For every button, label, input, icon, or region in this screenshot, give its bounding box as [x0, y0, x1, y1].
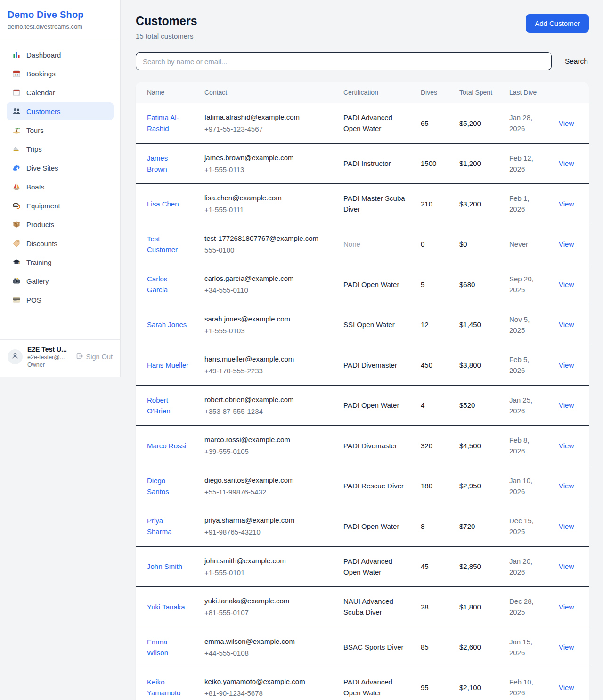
sidebar-item-dashboard[interactable]: Dashboard — [7, 46, 114, 64]
sign-out-icon — [75, 352, 83, 362]
customer-last-dive: Jan 20, 2026 — [509, 557, 532, 576]
customer-total-spent: $2,100 — [459, 684, 481, 692]
view-customer-link[interactable]: View — [559, 361, 574, 369]
customer-last-dive: Sep 20, 2025 — [509, 275, 534, 294]
customer-name-link[interactable]: Carlos Garcia — [147, 275, 168, 294]
customer-phone: +81-555-0107 — [204, 607, 328, 618]
sidebar-item-gallery[interactable]: Gallery — [7, 272, 114, 290]
view-customer-link[interactable]: View — [559, 280, 574, 288]
user-meta: E2E Test U... e2e-tester@... Owner — [27, 346, 71, 368]
sidebar-item-dive-sites[interactable]: Dive Sites — [7, 159, 114, 177]
customer-total-spent: $1,800 — [459, 603, 481, 611]
sidebar-nav: Dashboard17BookingsCalendarCustomersTour… — [0, 39, 120, 339]
table-row: Marco Rossi marco.rossi@example.com +39-… — [136, 426, 589, 466]
view-customer-link[interactable]: View — [559, 401, 574, 409]
sidebar-item-calendar[interactable]: Calendar — [7, 83, 114, 101]
customer-certification: PADI Advanced Open Water — [343, 114, 392, 132]
sidebar-item-discounts[interactable]: Discounts — [7, 234, 114, 252]
customer-name-link[interactable]: Sarah Jones — [147, 321, 187, 329]
view-customer-link[interactable]: View — [559, 643, 574, 651]
view-customer-link[interactable]: View — [559, 482, 574, 490]
view-customer-link[interactable]: View — [559, 603, 574, 611]
customer-email: fatima.alrashid@example.com — [204, 112, 328, 123]
customer-phone: +81-90-1234-5678 — [204, 688, 328, 699]
island-icon — [12, 126, 21, 134]
customer-name-link[interactable]: Robert O'Brien — [147, 396, 171, 415]
column-header-certification: Certification — [336, 82, 413, 103]
search-button[interactable]: Search — [564, 54, 589, 68]
sidebar-item-equipment[interactable]: Equipment — [7, 197, 114, 214]
view-customer-link[interactable]: View — [559, 562, 574, 570]
search-input[interactable] — [136, 52, 552, 70]
customer-name-link[interactable]: Fatima Al-Rashid — [147, 114, 179, 132]
customer-dives: 210 — [421, 200, 432, 208]
customer-dives: 65 — [421, 119, 429, 127]
customer-name-link[interactable]: Keiko Yamamoto — [147, 678, 180, 697]
sidebar-item-tours[interactable]: Tours — [7, 121, 114, 139]
customer-name-link[interactable]: James Brown — [147, 154, 168, 173]
view-customer-link[interactable]: View — [559, 119, 574, 127]
customer-total-spent: $720 — [459, 522, 475, 530]
table-row: Priya Sharma priya.sharma@example.com +9… — [136, 506, 589, 547]
customers-table-card: Name Contact Certification Dives Total S… — [136, 82, 589, 700]
sidebar-item-customers[interactable]: Customers — [7, 102, 114, 120]
view-customer-link[interactable]: View — [559, 442, 574, 450]
customer-phone: +39-555-0105 — [204, 446, 328, 457]
customer-name-link[interactable]: Hans Mueller — [147, 361, 188, 369]
customer-email: sarah.jones@example.com — [204, 313, 328, 324]
table-row: Carlos Garcia carlos.garcia@example.com … — [136, 264, 589, 305]
customer-certification: None — [343, 240, 360, 248]
sidebar-item-products[interactable]: Products — [7, 215, 114, 233]
table-header-row: Name Contact Certification Dives Total S… — [136, 82, 589, 103]
customer-name-link[interactable]: John Smith — [147, 562, 182, 570]
grad-cap-icon — [12, 258, 21, 266]
customer-phone: +34-555-0110 — [204, 285, 328, 296]
customer-certification: PADI Open Water — [343, 280, 399, 288]
table-row: Emma Wilson emma.wilson@example.com +44-… — [136, 627, 589, 667]
customer-name-link[interactable]: Test Customer — [147, 235, 178, 254]
table-row: Lisa Chen lisa.chen@example.com +1-555-0… — [136, 184, 589, 224]
sidebar-item-pos[interactable]: POS — [7, 291, 114, 309]
table-row: Robert O'Brien robert.obrien@example.com… — [136, 385, 589, 426]
add-customer-button[interactable]: Add Customer — [526, 14, 589, 33]
customer-phone: +91-98765-43210 — [204, 527, 328, 537]
view-customer-link[interactable]: View — [559, 522, 574, 530]
customer-total-spent: $0 — [459, 240, 467, 248]
table-row: Diego Santos diego.santos@example.com +5… — [136, 466, 589, 506]
sign-out-button[interactable]: Sign Out — [75, 352, 113, 362]
people-icon — [12, 107, 21, 115]
table-row: Sarah Jones sarah.jones@example.com +1-5… — [136, 305, 589, 345]
customer-dives: 0 — [421, 240, 424, 248]
view-customer-link[interactable]: View — [559, 159, 574, 167]
customer-name-link[interactable]: Marco Rossi — [147, 442, 186, 450]
view-customer-link[interactable]: View — [559, 200, 574, 208]
sidebar-item-boats[interactable]: Boats — [7, 178, 114, 196]
customer-last-dive: Feb 12, 2026 — [509, 154, 533, 173]
sidebar-item-bookings[interactable]: 17Bookings — [7, 65, 114, 82]
sidebar-item-training[interactable]: Training — [7, 253, 114, 271]
sidebar-item-label: Gallery — [26, 277, 49, 285]
view-customer-link[interactable]: View — [559, 321, 574, 329]
customer-certification: PADI Advanced Open Water — [343, 678, 392, 697]
view-customer-link[interactable]: View — [559, 684, 574, 692]
customer-email: priya.sharma@example.com — [204, 515, 328, 526]
customer-total-spent: $680 — [459, 280, 475, 288]
customer-name-link[interactable]: Yuki Tanaka — [147, 603, 185, 611]
customer-name-link[interactable]: Lisa Chen — [147, 200, 179, 208]
customer-email: yuki.tanaka@example.com — [204, 595, 328, 606]
view-customer-link[interactable]: View — [559, 240, 574, 248]
person-icon — [11, 352, 19, 362]
customer-name-link[interactable]: Diego Santos — [147, 477, 169, 495]
sidebar-item-label: Customers — [26, 107, 61, 115]
customer-name-link[interactable]: Priya Sharma — [147, 517, 172, 535]
shop-domain: demo.test.divestreams.com — [8, 23, 113, 30]
customer-email: emma.wilson@example.com — [204, 636, 328, 647]
customer-name-link[interactable]: Emma Wilson — [147, 638, 168, 657]
customer-email: robert.obrien@example.com — [204, 394, 328, 405]
main-content: Customers 15 total customers Add Custome… — [121, 0, 603, 700]
sidebar-item-trips[interactable]: Trips — [7, 140, 114, 158]
customers-table: Name Contact Certification Dives Total S… — [136, 82, 589, 700]
customer-last-dive: Jan 25, 2026 — [509, 396, 532, 415]
customer-total-spent: $2,950 — [459, 482, 481, 490]
package-icon — [12, 220, 21, 229]
